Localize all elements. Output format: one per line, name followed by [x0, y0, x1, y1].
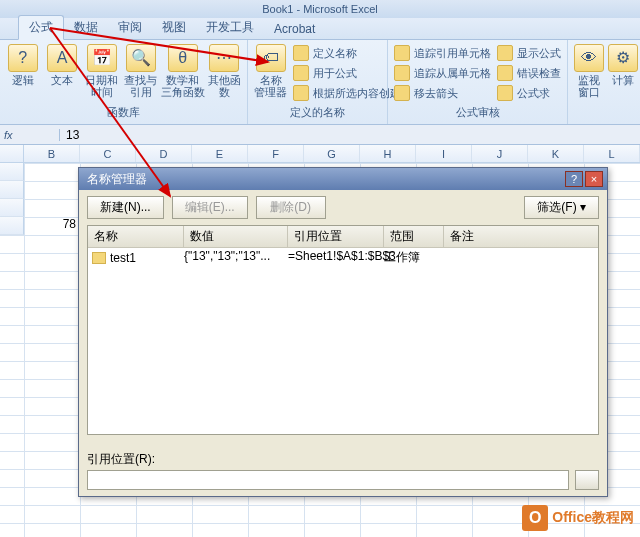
col-header[interactable]: E: [192, 145, 248, 162]
evaluate-formula-button[interactable]: 公式求: [495, 84, 563, 102]
calendar-icon: 📅: [87, 44, 117, 72]
tab-view[interactable]: 视图: [152, 16, 196, 39]
text-icon: A: [47, 44, 77, 72]
trace-dependents-button[interactable]: 追踪从属单元格: [392, 64, 493, 82]
name-manager-button[interactable]: 🏷名称 管理器: [252, 42, 289, 100]
col-header[interactable]: J: [472, 145, 528, 162]
group-label-audit: 公式审核: [392, 105, 563, 122]
col-value[interactable]: 数值: [184, 226, 288, 247]
more-icon: ⋯: [209, 44, 239, 72]
col-header[interactable]: L: [584, 145, 640, 162]
formula-icon: [293, 65, 309, 81]
logical-icon: ?: [8, 44, 38, 72]
col-header[interactable]: H: [360, 145, 416, 162]
formula-bar: fx 13: [0, 125, 640, 145]
row-header[interactable]: [0, 217, 24, 235]
calculation-button[interactable]: ⚙计算: [608, 42, 638, 88]
use-in-formula-button[interactable]: 用于公式: [291, 64, 403, 82]
col-header[interactable]: I: [416, 145, 472, 162]
watch-window-button[interactable]: 👁监视窗口: [572, 42, 606, 100]
col-header[interactable]: F: [248, 145, 304, 162]
error-check-button[interactable]: 错误检查: [495, 64, 563, 82]
dialog-toolbar: 新建(N)... 编辑(E)... 删除(D) 筛选(F) ▾: [79, 190, 607, 225]
group-label-fnlib: 函数库: [4, 105, 243, 122]
remove-icon: [394, 85, 410, 101]
show-icon: [497, 45, 513, 61]
row-headers: [0, 163, 24, 235]
math-icon: θ: [168, 44, 198, 72]
dialog-footer: 引用位置(R):: [87, 451, 599, 490]
dialog-title-text: 名称管理器: [87, 171, 147, 188]
watermark-text: Office教程网: [552, 509, 634, 527]
error-icon: [497, 65, 513, 81]
col-note[interactable]: 备注: [444, 226, 598, 247]
arrow-up-icon: [394, 45, 410, 61]
group-label-names: 定义的名称: [252, 105, 383, 122]
datetime-button[interactable]: 📅日期和 时间: [83, 42, 120, 100]
tab-formulas[interactable]: 公式: [18, 15, 64, 40]
range-picker-button[interactable]: [575, 470, 599, 490]
delete-button[interactable]: 删除(D): [256, 196, 326, 219]
list-header: 名称 数值 引用位置 范围 备注: [88, 226, 598, 248]
ribbon-tabs: 公式 数据 审阅 视图 开发工具 Acrobat: [0, 18, 640, 40]
name-manager-icon: 🏷: [256, 44, 286, 72]
col-header[interactable]: G: [304, 145, 360, 162]
names-list: 名称 数值 引用位置 范围 备注 test1 {"13","13";"13"..…: [87, 225, 599, 435]
arrow-down-icon: [394, 65, 410, 81]
ribbon: ?逻辑 A文本 📅日期和 时间 🔍查找与 引用 θ数学和 三角函数 ⋯其他函数 …: [0, 40, 640, 125]
refers-to-input[interactable]: [87, 470, 569, 490]
col-header[interactable]: K: [528, 145, 584, 162]
filter-button[interactable]: 筛选(F) ▾: [524, 196, 599, 219]
tab-review[interactable]: 审阅: [108, 16, 152, 39]
remove-arrows-button[interactable]: 移去箭头: [392, 84, 493, 102]
refers-to-label: 引用位置(R):: [87, 451, 599, 468]
eval-icon: [497, 85, 513, 101]
dialog-titlebar[interactable]: 名称管理器 ? ×: [79, 168, 607, 190]
watermark-badge-icon: O: [522, 505, 548, 531]
edit-button[interactable]: 编辑(E)...: [172, 196, 248, 219]
fx-label[interactable]: fx: [0, 129, 60, 141]
col-header[interactable]: D: [136, 145, 192, 162]
col-header[interactable]: C: [80, 145, 136, 162]
row-header[interactable]: [0, 163, 24, 181]
col-ref[interactable]: 引用位置: [288, 226, 384, 247]
tab-data[interactable]: 数据: [64, 16, 108, 39]
col-scope[interactable]: 范围: [384, 226, 444, 247]
tab-developer[interactable]: 开发工具: [196, 16, 264, 39]
watch-icon: 👁: [574, 44, 604, 72]
calc-icon: ⚙: [608, 44, 638, 72]
column-headers: B C D E F G H I J K L: [0, 145, 640, 163]
lookup-icon: 🔍: [126, 44, 156, 72]
trace-precedents-button[interactable]: 追踪引用单元格: [392, 44, 493, 62]
text-button[interactable]: A文本: [43, 42, 80, 88]
math-button[interactable]: θ数学和 三角函数: [162, 42, 204, 100]
row-header[interactable]: [0, 199, 24, 217]
cell-value[interactable]: 78: [26, 217, 80, 231]
define-icon: [293, 45, 309, 61]
close-button[interactable]: ×: [585, 171, 603, 187]
help-button[interactable]: ?: [565, 171, 583, 187]
define-name-button[interactable]: 定义名称: [291, 44, 403, 62]
logical-button[interactable]: ?逻辑: [4, 42, 41, 88]
more-fn-button[interactable]: ⋯其他函数: [206, 42, 243, 100]
name-row[interactable]: test1 {"13","13";"13"... =Sheet1!$A$1:$B…: [88, 248, 598, 267]
watermark: O Office教程网: [522, 505, 634, 531]
row-header[interactable]: [0, 181, 24, 199]
new-button[interactable]: 新建(N)...: [87, 196, 164, 219]
show-formulas-button[interactable]: 显示公式: [495, 44, 563, 62]
name-icon: [92, 252, 106, 264]
create-icon: [293, 85, 309, 101]
lookup-button[interactable]: 🔍查找与 引用: [122, 42, 159, 100]
name-manager-dialog: 名称管理器 ? × 新建(N)... 编辑(E)... 删除(D) 筛选(F) …: [78, 167, 608, 497]
select-all-corner[interactable]: [0, 145, 24, 162]
col-name[interactable]: 名称: [88, 226, 184, 247]
formula-input[interactable]: 13: [60, 128, 640, 142]
tab-acrobat[interactable]: Acrobat: [264, 19, 325, 39]
create-from-selection-button[interactable]: 根据所选内容创建: [291, 84, 403, 102]
col-header[interactable]: B: [24, 145, 80, 162]
